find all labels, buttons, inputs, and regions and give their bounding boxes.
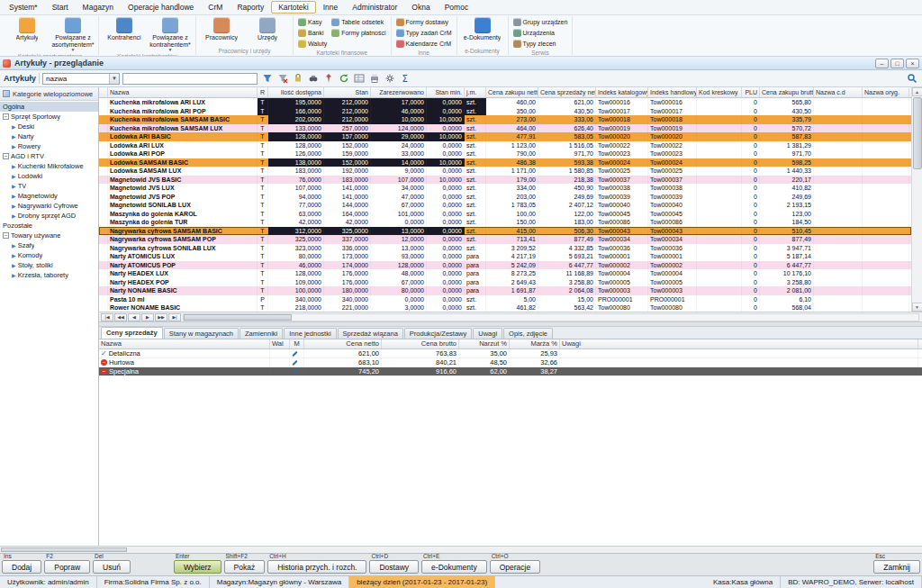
tree-item-towary-u-ywane[interactable]: −Towary używane bbox=[0, 231, 98, 240]
column-header-plu[interactable]: PLU bbox=[742, 87, 760, 97]
table-row[interactable]: Lodówka SAMSAM LUXT183,0000192,00009,000… bbox=[99, 167, 911, 176]
table-row[interactable]: Kuchenka mikrofalowa SAMSAM BASICT202,00… bbox=[99, 115, 911, 124]
table-row[interactable]: Magnetowid JVS POPT94,0000141,000047,000… bbox=[99, 193, 911, 202]
nav-next-page-button[interactable]: ▶▶ bbox=[155, 313, 167, 321]
operacje-button[interactable]: Operacje bbox=[490, 560, 541, 574]
table-row[interactable]: Pasta 10 mlP340,0000340,00000,00000,0000… bbox=[99, 295, 911, 304]
column-header-nazwa[interactable]: Nazwa bbox=[108, 87, 258, 97]
filter-icon[interactable] bbox=[260, 72, 274, 85]
table-row[interactable]: Narty NONAME BASICT100,0000180,000080,00… bbox=[99, 286, 911, 295]
tab-uwagi[interactable]: Uwagi bbox=[473, 328, 502, 339]
tab-inne-jednostki[interactable]: Inne jednostki bbox=[284, 328, 336, 339]
price-column-header-uwagi[interactable]: Uwagi bbox=[560, 339, 918, 348]
menu-start[interactable]: Start bbox=[45, 1, 76, 14]
price-column-header-cena-netto[interactable]: Cena netto bbox=[304, 339, 382, 348]
tab-sprzeda-wi-zana[interactable]: Sprzedaż wiązana bbox=[338, 328, 403, 339]
tree-item-komody[interactable]: ▶Komody bbox=[0, 250, 98, 260]
table-row[interactable]: Narty ATOMICUS POPT46,0000174,0000128,00… bbox=[99, 261, 911, 270]
ribbon-button-artyku-y[interactable]: Artykuły bbox=[5, 16, 50, 41]
window-hscroll-thumb[interactable] bbox=[1, 547, 127, 552]
table-row[interactable]: Narty HEADEX LUXT128,0000176,000048,0000… bbox=[99, 269, 911, 278]
price-column-header-m[interactable]: M bbox=[290, 339, 304, 348]
tree-item-rowery[interactable]: ▶Rowery bbox=[0, 141, 98, 151]
tree-item-pozosta-e[interactable]: Pozostałe bbox=[0, 221, 98, 231]
menu-operacje-handlowe[interactable]: Operacje handlowe bbox=[121, 1, 201, 14]
ribbon-button-formy-dostawy[interactable]: Formy dostawy bbox=[394, 16, 454, 27]
tab-opis-zdj-cie[interactable]: Opis, zdjęcie bbox=[503, 328, 553, 339]
table-row[interactable]: Narty HEADEX POPT109,0000176,000067,0000… bbox=[99, 278, 911, 287]
column-header-ilo-dost-pna[interactable]: Ilość dostępna bbox=[268, 87, 324, 97]
wybierz-button[interactable]: Wybierz bbox=[174, 560, 221, 574]
ribbon-button-banki[interactable]: Banki bbox=[296, 27, 329, 38]
pin-icon[interactable] bbox=[321, 72, 335, 85]
window-horizontal-scrollbar[interactable] bbox=[0, 546, 922, 553]
tree-item-tv[interactable]: ▶TV bbox=[0, 181, 98, 191]
column-header-nazwa-oryg[interactable]: Nazwa oryg. bbox=[863, 87, 909, 97]
table-row[interactable]: Lodówka SAMSAM BASICT138,0000152,000014,… bbox=[99, 158, 911, 167]
tree-item-sprz-t-sportowy[interactable]: −Sprzęt Sportowy bbox=[0, 112, 98, 122]
table-row[interactable]: Magnetowid JVS BASICT76,0000183,0000107,… bbox=[99, 176, 911, 185]
tree-item-agd-i-rtv[interactable]: −AGD i RTV bbox=[0, 151, 98, 161]
column-header-j-m[interactable]: j.m. bbox=[465, 87, 486, 97]
ribbon-button-kalendarze-crm[interactable]: Kalendarze CrM bbox=[394, 38, 454, 49]
dodaj-button[interactable]: Dodaj bbox=[2, 560, 41, 574]
column-header-stan-min[interactable]: Stan min. bbox=[427, 87, 465, 97]
sum-icon[interactable]: Σ bbox=[398, 72, 411, 85]
ribbon-button-kontrahenci[interactable]: Kontrahenci bbox=[102, 16, 147, 41]
tree-item-krzes-a-taborety[interactable]: ▶Krzesła, taborety bbox=[0, 270, 98, 280]
table-row[interactable]: Nagrywarka cyfrowa SAMSAM BASICT312,0000… bbox=[99, 227, 911, 236]
table-row[interactable]: Nagrywarka cyfrowa SONILAB LUXT323,00003… bbox=[99, 244, 911, 253]
collapse-box-icon[interactable]: − bbox=[3, 113, 9, 120]
price-column-header-narzut[interactable]: Narzut % bbox=[459, 339, 510, 348]
ribbon-button-tabele-odsetek[interactable]: Tabele odsetek bbox=[330, 16, 387, 27]
ribbon-button-e-dokumenty[interactable]: e-Dokumenty bbox=[460, 16, 505, 41]
column-header-stan[interactable]: Stan bbox=[324, 87, 371, 97]
menu-pomoc[interactable]: Pomoc bbox=[438, 1, 475, 14]
table-row[interactable]: Kuchenka mikrofalowa ARI POPT166,0000212… bbox=[99, 107, 911, 116]
column-header-selector[interactable] bbox=[99, 87, 108, 97]
e-dokumenty-button[interactable]: e-Dokumenty bbox=[421, 560, 487, 574]
zamknij-button[interactable]: Zamknij bbox=[873, 560, 920, 574]
menu-system[interactable]: System* bbox=[2, 1, 45, 14]
ribbon-button-typy-zlece[interactable]: Typy zleceń bbox=[511, 38, 570, 49]
menu-administrator[interactable]: Administrator bbox=[345, 1, 404, 14]
close-button[interactable]: × bbox=[906, 59, 919, 68]
tree-item-nagrywarki-cyfrowe[interactable]: ▶Nagrywarki Cyfrowe bbox=[0, 201, 98, 211]
menu-crm[interactable]: CrM bbox=[201, 1, 230, 14]
price-column-header-mar-a[interactable]: Marża % bbox=[510, 339, 560, 348]
poka-button[interactable]: Pokaż bbox=[224, 560, 266, 574]
price-row-detaliczna[interactable]: ✓Detaliczna621,00763,8335,0025,93 bbox=[99, 349, 922, 358]
tree-item-szafy[interactable]: ▶Szafy bbox=[0, 240, 98, 250]
tree-item-magnetowidy[interactable]: ▶Magnetowidy bbox=[0, 191, 98, 201]
table-row[interactable]: Nagrywarka cyfrowa SAMSAM POPT325,000033… bbox=[99, 235, 911, 244]
dostawy-button[interactable]: Dostawy bbox=[369, 560, 419, 574]
print-icon[interactable] bbox=[367, 72, 381, 85]
table-row[interactable]: Kuchenka mikrofalowa SAMSAM LUXT133,0000… bbox=[99, 124, 911, 133]
collapse-box-icon[interactable]: − bbox=[3, 232, 9, 239]
find-icon[interactable] bbox=[306, 72, 320, 85]
ribbon-button-powi-zane-z-asortymentem[interactable]: Powiązane z asortymentem*▼ bbox=[50, 16, 95, 52]
table-row[interactable]: Narty ATOMICUS LUXT80,0000173,000093,000… bbox=[99, 252, 911, 261]
column-header-cena-sprzeda-y-netto[interactable]: Cena sprzedaży netto bbox=[538, 87, 596, 97]
ribbon-button-urz-dy[interactable]: Urzędy bbox=[245, 16, 290, 41]
nav-prev-page-button[interactable]: ◀◀ bbox=[114, 313, 127, 321]
price-column-header-cena-brutto[interactable]: Cena brutto bbox=[382, 339, 459, 348]
grid-horizontal-scrollbar[interactable] bbox=[183, 313, 919, 321]
menu-raporty[interactable]: Raporty bbox=[230, 1, 271, 14]
column-header-nazwa-c-d[interactable]: Nazwa c.d bbox=[814, 87, 863, 97]
column-header-cena-zakupu-brutto[interactable]: Cena zakupu brutto bbox=[760, 87, 814, 97]
ribbon-button-formy-p-atno-ci[interactable]: Formy płatności bbox=[330, 27, 387, 38]
scrollbar-thumb[interactable] bbox=[913, 97, 922, 169]
table-row[interactable]: Maszynka do golenia TURT42,000042,00000,… bbox=[99, 218, 911, 227]
column-header-indeks-katalogowy[interactable]: Indeks katalogowy bbox=[596, 87, 648, 97]
ribbon-button-waluty[interactable]: Waluty bbox=[296, 38, 329, 49]
tab-ceny-sprzeda-y[interactable]: Ceny sprzedaży bbox=[101, 327, 163, 339]
tree-item-drobny-sprz-t-agd[interactable]: ▶Drobny sprzęt AGD bbox=[0, 211, 98, 221]
column-header-kod-kreskowy[interactable]: Kod kreskowy bbox=[697, 87, 742, 97]
ribbon-button-typy-zada-crm[interactable]: Typy zadań CrM bbox=[394, 27, 454, 38]
tab-zamienniki[interactable]: Zamienniki bbox=[240, 328, 283, 339]
column-header-zarezerwowano[interactable]: Zarezerwowano bbox=[371, 87, 427, 97]
historia-przych-i-rozch-button[interactable]: Historia przych. i rozch. bbox=[267, 560, 366, 574]
ribbon-button-kasy[interactable]: Kasy bbox=[296, 16, 329, 27]
table-row[interactable]: Magnetowid SONILAB LUXT77,0000144,000067… bbox=[99, 201, 911, 210]
